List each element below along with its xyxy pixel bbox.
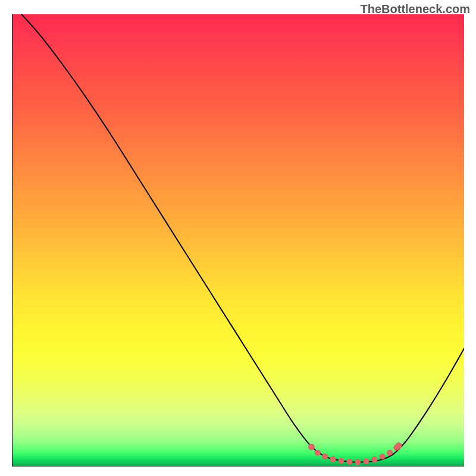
optimal-zone-overlay: [308, 442, 402, 462]
plot-area: [12, 14, 464, 466]
svg-point-0: [308, 444, 315, 450]
watermark-text: TheBottleneck.com: [361, 2, 470, 16]
curve-overlay: [12, 14, 464, 466]
bottleneck-chart: TheBottleneck.com: [0, 0, 476, 476]
bottleneck-curve: [21, 14, 464, 462]
svg-point-1: [395, 442, 402, 449]
